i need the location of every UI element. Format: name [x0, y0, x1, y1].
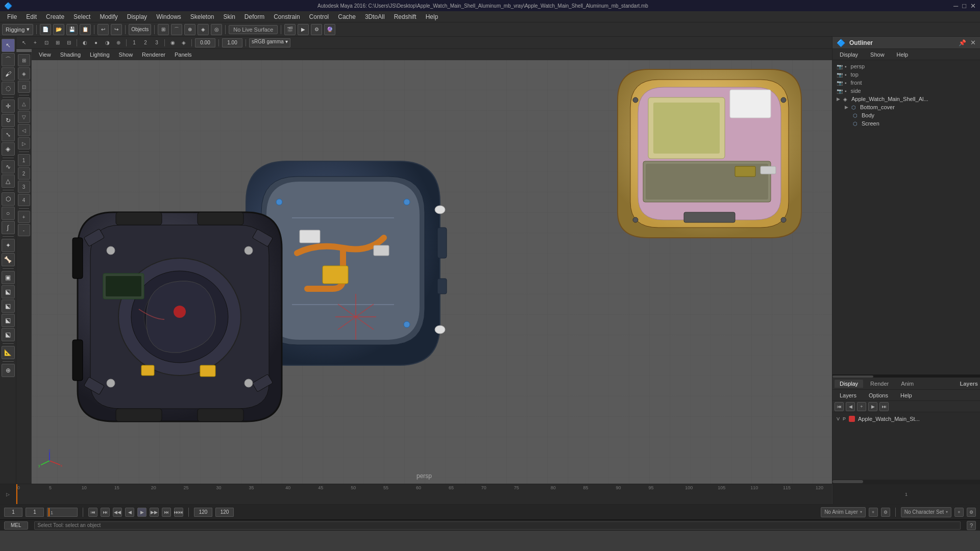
vp-cam-1[interactable]: ◉: [168, 38, 177, 47]
mini-tool-2[interactable]: ◈: [18, 67, 30, 80]
outliner-pin-btn[interactable]: 📌: [959, 39, 966, 46]
outliner-menu-help[interactable]: Help: [893, 51, 913, 59]
layer-tab-anim[interactable]: Anim: [896, 380, 919, 388]
vp-gamma-input[interactable]: [222, 38, 242, 47]
soft-deform-tool[interactable]: ∿: [2, 160, 15, 173]
transport-go-start[interactable]: ⏮: [88, 508, 97, 517]
vp-shading-1[interactable]: ◐: [80, 38, 89, 47]
mini-tool-8[interactable]: 1: [18, 154, 30, 166]
vp-shading-3[interactable]: ◑: [103, 38, 112, 47]
rotate-tool[interactable]: ↻: [2, 114, 15, 127]
start-frame-input[interactable]: [4, 508, 22, 517]
minimize-button[interactable]: ─: [953, 2, 958, 10]
vp-tool-4[interactable]: ⊞: [53, 38, 62, 47]
transport-play-fwd[interactable]: ▶: [137, 508, 146, 517]
vp-tool-1[interactable]: ↖: [19, 38, 29, 47]
anim-layer-settings[interactable]: ⚙: [881, 508, 890, 517]
menu-skin[interactable]: Skin: [219, 12, 239, 21]
viewport-canvas[interactable]: x y z persp: [16, 49, 832, 484]
timeline-ruler[interactable]: 0 5 10 15 20 25 30 35 40 45 50 55 60 65 …: [16, 484, 832, 504]
vp-menu-shading[interactable]: Shading: [56, 51, 85, 59]
save-scene-button[interactable]: 💾: [66, 24, 78, 35]
mini-tool-3[interactable]: ⊡: [18, 81, 30, 93]
vp-cam-2[interactable]: ◈: [179, 38, 188, 47]
create-nurbs-tool[interactable]: ○: [2, 207, 15, 220]
maximize-button[interactable]: □: [962, 2, 966, 10]
menu-skeleton[interactable]: Skeleton: [186, 12, 218, 21]
layer-next[interactable]: ▶: [868, 402, 877, 411]
menu-cache[interactable]: Cache: [334, 12, 360, 21]
character-set-dropdown[interactable]: No Character Set ▾: [901, 507, 951, 517]
mini-tool-12[interactable]: +: [18, 211, 30, 223]
outliner-item-side[interactable]: 📷 ▪ side: [835, 87, 978, 95]
extra-tool[interactable]: ⊕: [2, 364, 15, 377]
move-tool[interactable]: ✛: [2, 99, 15, 113]
menu-3dtoall[interactable]: 3DtoAll: [361, 12, 389, 21]
lasso-tool[interactable]: ⌒: [2, 53, 15, 66]
gamma-select[interactable]: sRGB gamma ▾: [249, 38, 290, 47]
snap-live-btn[interactable]: ◎: [211, 24, 222, 35]
playback-end-input[interactable]: [215, 508, 234, 517]
mel-tab[interactable]: MEL: [4, 521, 28, 530]
outliner-item-persp[interactable]: 📷 ▪ persp: [835, 62, 978, 70]
menu-create[interactable]: Create: [42, 12, 68, 21]
anim-layer-dropdown[interactable]: No Anim Layer ▾: [821, 507, 866, 517]
outliner-item-body[interactable]: ⬡ Body: [851, 111, 978, 119]
layer-tab-render[interactable]: Render: [865, 380, 894, 388]
command-input[interactable]: Select Tool: select an object: [34, 521, 961, 530]
vp-value-input[interactable]: [195, 38, 215, 47]
vp-tool-2[interactable]: +: [31, 38, 40, 47]
sculpt-tool[interactable]: △: [2, 174, 15, 188]
vp-disp-1[interactable]: 1: [130, 38, 139, 47]
vp-menu-view[interactable]: View: [35, 51, 55, 59]
vp-menu-panels[interactable]: Panels: [170, 51, 196, 59]
paint-sel-tool[interactable]: 🖌: [2, 67, 15, 81]
rigging-dropdown[interactable]: Rigging ▾: [2, 24, 33, 35]
measure-tool[interactable]: 📐: [2, 346, 15, 359]
current-frame-input[interactable]: [26, 508, 44, 517]
paint-weight-tool[interactable]: ⬕: [2, 299, 15, 313]
mini-tool-4[interactable]: △: [18, 97, 30, 110]
vp-menu-lighting[interactable]: Lighting: [86, 51, 114, 59]
mini-tool-13[interactable]: -: [18, 224, 30, 236]
outliner-item-main-group[interactable]: ▶ ◈ Apple_Watch_Main_Shell_Al...: [835, 95, 978, 103]
outliner-close-btn[interactable]: ✕: [970, 39, 976, 46]
vp-disp-3[interactable]: 3: [152, 38, 161, 47]
transport-play-back[interactable]: ◀: [125, 508, 134, 517]
layer-next-key[interactable]: ⏭: [879, 402, 889, 411]
layer-menu-options[interactable]: Options: [865, 391, 892, 399]
mini-tool-1[interactable]: ⊞: [18, 54, 30, 66]
vp-shading-2[interactable]: ●: [91, 38, 101, 47]
menu-modify[interactable]: Modify: [95, 12, 121, 21]
layer-prev[interactable]: ◀: [846, 402, 855, 411]
layer-menu-help[interactable]: Help: [896, 391, 916, 399]
vp-disp-2[interactable]: 2: [141, 38, 150, 47]
snap-view-btn[interactable]: ◈: [198, 24, 209, 35]
render-btn[interactable]: 🎬: [284, 24, 296, 35]
vp-menu-renderer[interactable]: Renderer: [138, 51, 169, 59]
layer-menu-layers[interactable]: Layers: [836, 391, 861, 399]
layer-row-main[interactable]: V P Apple_Watch_Main_St...: [835, 414, 978, 423]
outliner-item-bottom-cover[interactable]: ▶ ⬡ Bottom_cover: [843, 103, 978, 111]
layer-add[interactable]: +: [857, 402, 866, 411]
render-settings-btn[interactable]: ⚙: [311, 24, 322, 35]
save-as-button[interactable]: 📋: [80, 24, 91, 35]
undo-button[interactable]: ↩: [97, 24, 109, 35]
end-frame-input[interactable]: [194, 508, 212, 517]
open-scene-button[interactable]: 📂: [53, 24, 64, 35]
outliner-item-top[interactable]: 📷 ▪ top: [835, 70, 978, 79]
menu-display[interactable]: Display: [123, 12, 151, 21]
menu-deform[interactable]: Deform: [240, 12, 268, 21]
menu-constrain[interactable]: Constrain: [270, 12, 304, 21]
transport-prev-key[interactable]: ⏭: [101, 508, 110, 517]
soft-sel-tool[interactable]: ◌: [2, 82, 15, 95]
paint-attr-tool[interactable]: ⬕: [2, 314, 15, 327]
transport-next-key[interactable]: ⏭: [162, 508, 171, 517]
snap-point-btn[interactable]: ⊕: [184, 24, 195, 35]
menu-windows[interactable]: Windows: [152, 12, 185, 21]
create-curve-tool[interactable]: ∫: [2, 221, 15, 234]
create-poly-tool[interactable]: ⬡: [2, 192, 15, 206]
render-region[interactable]: ▣: [2, 271, 15, 284]
close-button[interactable]: ✕: [970, 2, 976, 10]
paint-fluids-tool[interactable]: ⬕: [2, 328, 15, 341]
